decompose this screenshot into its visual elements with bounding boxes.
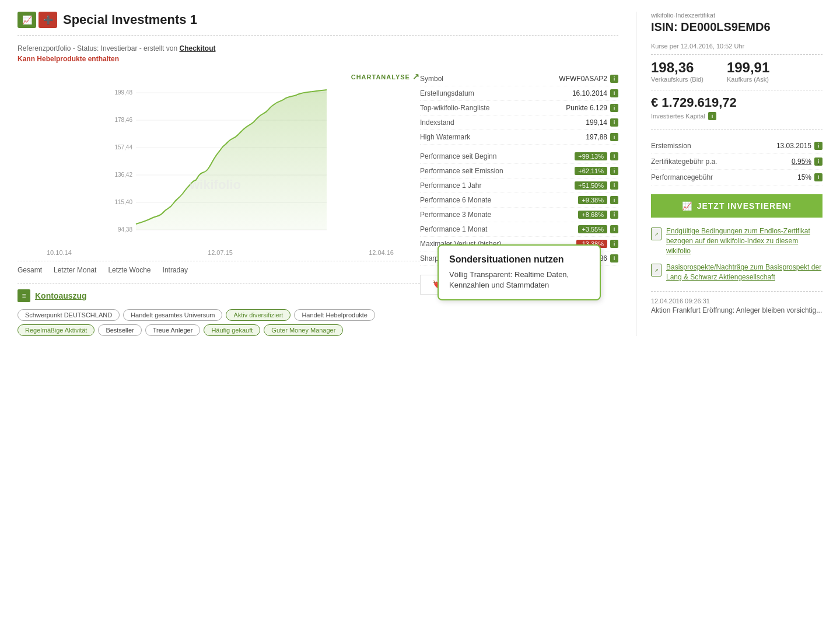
info-badge-perf-1jahr[interactable]: i: [610, 181, 618, 190]
warning-text: Kann Hebelprodukte enthalten: [18, 55, 618, 63]
info-badge-watermark[interactable]: i: [610, 133, 618, 141]
tooltip-title: Sondersituationen nutzen: [449, 254, 589, 265]
doc-text-1[interactable]: Endgültige Bedingungen zum Endlos-Zertif…: [666, 226, 822, 256]
page-header: 📈 ➕ Special Investments 1: [18, 12, 618, 36]
tag-treue[interactable]: Treue Anleger: [145, 324, 201, 336]
info-badge-erstellungsdatum[interactable]: i: [610, 89, 618, 97]
stats-section: Symbol WFWF0ASAP2 i Erstellungsdatum 16.…: [420, 72, 618, 336]
info-badge-sharpe[interactable]: i: [610, 254, 618, 262]
svg-text:199,48: 199,48: [114, 89, 132, 96]
info-badge-invested[interactable]: i: [708, 112, 716, 120]
info-badge-perf-1m[interactable]: i: [610, 225, 618, 233]
doc-link-2[interactable]: ↗ Basisprospekte/Nachträge zum Basispros…: [651, 262, 822, 282]
stats-row-erstellungsdatum: Erstellungsdatum 16.10.2014 i: [420, 86, 618, 101]
stats-value-perf-6m: +9,38% i: [578, 196, 618, 204]
perf-gebühr-value: 15% i: [797, 173, 822, 181]
stats-value-rangliste: Punkte 6.129 i: [566, 104, 618, 112]
chart-icon: 📈: [18, 12, 36, 28]
right-panel: wikifolio-Indexzertifikat ISIN: DE000LS9…: [636, 12, 822, 336]
nav-gesamt[interactable]: Gesamt: [18, 266, 42, 274]
chart-nav[interactable]: Gesamt Letzter Monat Letzte Woche Intrad…: [18, 261, 420, 274]
stats-label-perf-beginn: Performance seit Beginn: [420, 152, 496, 160]
nav-letzte-woche[interactable]: Letzte Woche: [108, 266, 150, 274]
gebühr-label: Zertifikategebühr p.a.: [651, 158, 717, 166]
info-badge-perf-3m[interactable]: i: [610, 211, 618, 219]
tag-hebelprodukte[interactable]: Handelt Hebelprodukte: [294, 309, 375, 321]
stats-row-perf-6m: Performance 6 Monate +9,38% i: [420, 193, 618, 208]
doc-text-2[interactable]: Basisprospekte/Nachträge zum Basisprospe…: [666, 262, 822, 282]
isin: ISIN: DE000LS9EMD6: [651, 20, 822, 34]
invest-icon: 📈: [682, 201, 692, 211]
tag-money-manager[interactable]: Guter Money Manager: [264, 324, 343, 336]
stats-label-rangliste: Top-wikifolio-Rangliste: [420, 104, 489, 112]
stats-label-erstellungsdatum: Erstellungsdatum: [420, 89, 474, 97]
tags-section: Schwerpunkt DEUTSCHLAND Handelt gesamtes…: [18, 309, 420, 336]
nav-intraday[interactable]: Intraday: [163, 266, 188, 274]
ask-value: 199,91: [727, 60, 769, 76]
stats-label-indexstand: Indexstand: [420, 118, 454, 127]
stats-value-watermark: 197,88 i: [586, 133, 618, 141]
tag-diversifiziert[interactable]: Aktiv diversifiziert: [226, 309, 290, 321]
tooltip-popup: Sondersituationen nutzen Völlig Transpar…: [438, 244, 601, 300]
info-badge-gebühr[interactable]: i: [814, 158, 822, 166]
svg-text:115,40: 115,40: [114, 199, 132, 205]
stats-value-perf-1m: +3,55% i: [578, 225, 618, 233]
tag-schwerpunkt[interactable]: Schwerpunkt DEUTSCHLAND: [18, 309, 120, 321]
stats-value-perf-3m: +8,68% i: [578, 211, 618, 219]
stats-row-perf-3m: Performance 3 Monate +8,68% i: [420, 208, 618, 222]
tag-universum[interactable]: Handelt gesamtes Universum: [123, 309, 222, 321]
chart-section: CHARTANALYSE ↗ 199,48 178,46 157,44 136,…: [18, 72, 420, 274]
chart-time-labels: 10.10.14 12.07.15 12.04.16: [18, 249, 420, 256]
stats-label-watermark: High Watermark: [420, 133, 470, 141]
tag-aktivitaet[interactable]: Regelmäßige Aktivität: [18, 324, 94, 336]
perf-badge-1m: +3,55%: [578, 225, 607, 233]
stats-row-indexstand: Indexstand 199,14 i: [420, 116, 618, 130]
stats-row-symbol: Symbol WFWF0ASAP2 i: [420, 72, 618, 86]
ask-item: 199,91 Kaufkurs (Ask): [727, 60, 769, 83]
chart-time-start: 10.10.14: [47, 249, 72, 256]
info-badge-perf-emission[interactable]: i: [610, 167, 618, 175]
info-badge-perf-gebühr[interactable]: i: [814, 173, 822, 181]
erstemission-label: Erstemission: [651, 142, 691, 150]
stats-value-indexstand: 199,14 i: [586, 118, 618, 127]
chart-time-mid: 12.07.15: [208, 249, 233, 256]
stats-row-perf-beginn: Performance seit Beginn +99,13% i: [420, 149, 618, 164]
stats-row-perf-1m: Performance 1 Monat +3,55% i: [420, 222, 618, 237]
konto-icon: ≡: [18, 289, 30, 302]
stats-value-perf-beginn: +99,13% i: [575, 152, 618, 160]
stats-value-erstellungsdatum: 16.10.2014 i: [572, 89, 618, 97]
perf-badge-3m: +8,68%: [578, 211, 607, 219]
tag-haeufig[interactable]: Häufig gekauft: [204, 324, 260, 336]
creator-link[interactable]: Checkitout: [179, 44, 215, 52]
svg-text:94,38: 94,38: [118, 226, 132, 233]
info-badge-indexstand[interactable]: i: [610, 118, 618, 127]
ask-label: Kaufkurs (Ask): [727, 76, 769, 83]
invested-section: € 1.729.619,72 Investiertes Kapital i: [651, 95, 822, 130]
stats-row-perf-1jahr: Performance 1 Jahr +51,50% i: [420, 178, 618, 193]
svg-text:178,46: 178,46: [114, 117, 132, 123]
page-title: Special Investments 1: [63, 12, 197, 27]
erstemission-value: 13.03.2015 i: [776, 142, 822, 150]
info-badge-symbol[interactable]: i: [610, 75, 618, 83]
doc-icon-1: ↗: [651, 228, 662, 240]
header-icons: 📈 ➕: [18, 12, 57, 28]
info-badge-perf-6m[interactable]: i: [610, 196, 618, 204]
nav-letzter-monat[interactable]: Letzter Monat: [54, 266, 96, 274]
konto-label[interactable]: Kontoauszug: [35, 291, 87, 300]
konto-section[interactable]: ≡ Kontoauszug: [18, 283, 420, 302]
plus-icon: ➕: [38, 12, 57, 28]
info-badge-perf-beginn[interactable]: i: [610, 152, 618, 160]
svg-text:157,44: 157,44: [114, 144, 132, 150]
info-badge-verlust[interactable]: i: [610, 240, 618, 248]
info-badge-rangliste[interactable]: i: [610, 104, 618, 112]
chart-container: 199,48 178,46 157,44 136,42 115,40 94,38: [18, 84, 420, 247]
invested-amount: € 1.729.619,72: [651, 95, 822, 110]
tag-bestseller[interactable]: Bestseller: [98, 324, 141, 336]
invest-button[interactable]: 📈 JETZT INVESTIEREN!: [651, 194, 822, 218]
expand-icon[interactable]: ↗: [412, 72, 420, 81]
bid-item: 198,36 Verkaufskurs (Bid): [651, 60, 704, 83]
chart-label[interactable]: CHARTANALYSE ↗: [18, 72, 420, 81]
doc-link-1[interactable]: ↗ Endgültige Bedingungen zum Endlos-Zert…: [651, 226, 822, 256]
info-badge-erstemission[interactable]: i: [814, 142, 822, 150]
stats-row-rangliste: Top-wikifolio-Rangliste Punkte 6.129 i: [420, 101, 618, 116]
